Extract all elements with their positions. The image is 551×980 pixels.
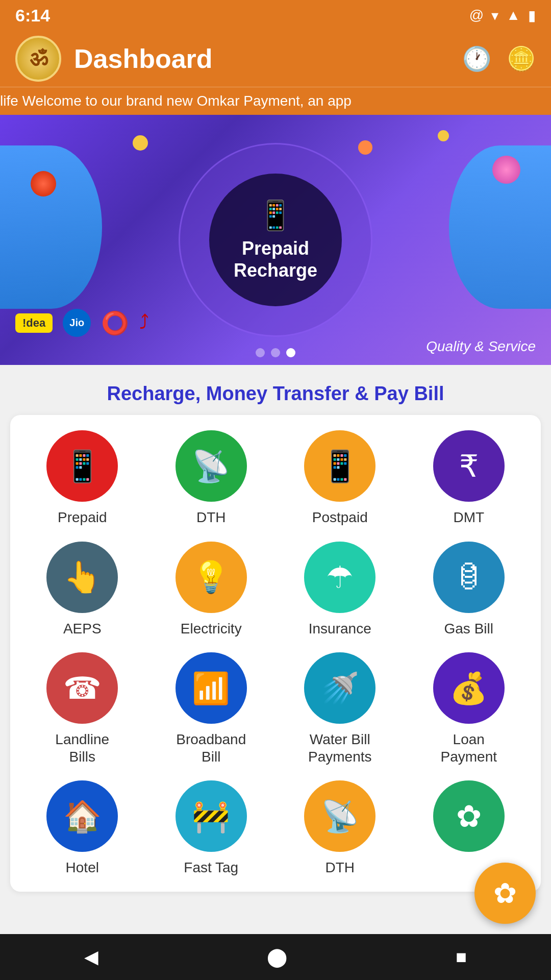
service-item-gas[interactable]: 🛢Gas Bill <box>407 542 531 638</box>
service-label-hotel: Hotel <box>66 859 99 876</box>
wallet-icon[interactable]: 🪙 <box>507 45 536 72</box>
history-icon[interactable]: 🕐 <box>462 45 491 72</box>
app-header: ॐ Dashboard 🕐 🪙 <box>0 31 551 87</box>
service-icon-hotel: 🏠 <box>46 780 118 852</box>
status-bar: 6:14 @ ▾ ▲ ▮ <box>0 0 551 31</box>
nav-home-button[interactable]: ⬤ <box>246 939 308 975</box>
service-icon-gas: 🛢 <box>433 542 505 613</box>
service-label-landline: Landline Bills <box>55 731 109 765</box>
dot-3[interactable] <box>286 348 295 357</box>
header-actions: 🕐 🪙 <box>462 45 536 72</box>
service-icon-landline: ☎ <box>46 652 118 724</box>
service-icon-insurance: ☂ <box>304 542 375 613</box>
service-item-dth[interactable]: 📡DTH <box>149 430 273 526</box>
service-item-aeps[interactable]: 👆AEPS <box>20 542 144 638</box>
service-item-hotel[interactable]: 🏠Hotel <box>20 780 144 876</box>
marquee-bar: life Welcome to our brand new Omkar Paym… <box>0 87 551 115</box>
banner-brands: !dea Jio ⭕ ⤴ <box>15 309 149 337</box>
service-item-dth2[interactable]: 📡DTH <box>278 780 402 876</box>
service-label-gas: Gas Bill <box>444 620 493 638</box>
service-icon-dth2: 📡 <box>304 780 375 852</box>
banner-quality-text: Quality & Service <box>426 338 536 355</box>
service-label-postpaid: Postpaid <box>312 509 368 526</box>
service-label-dth: DTH <box>196 509 226 526</box>
banner-ribbon-left <box>0 145 102 309</box>
service-icon-loan: 💰 <box>433 652 505 724</box>
service-icon-water: 🚿 <box>304 652 375 724</box>
bottom-navigation: ◀ ⬤ ■ <box>0 934 551 980</box>
service-label-loan: Loan Payment <box>441 731 497 765</box>
service-label-prepaid: Prepaid <box>58 509 107 526</box>
banner-dots <box>256 348 295 357</box>
orb-pink <box>492 156 520 184</box>
marquee-text: life Welcome to our brand new Omkar Paym… <box>0 93 352 109</box>
service-item-dmt[interactable]: ₹DMT <box>407 430 531 526</box>
nav-back-button[interactable]: ◀ <box>64 939 119 975</box>
status-time: 6:14 <box>15 6 50 26</box>
service-icon-dmt: ₹ <box>433 430 505 502</box>
orb-yellow-1 <box>133 135 148 151</box>
jio-brand: Jio <box>63 309 91 337</box>
service-label-electricity: Electricity <box>181 620 242 638</box>
service-label-water: Water Bill Payments <box>308 731 372 765</box>
fan-icon: ✿ <box>493 877 517 910</box>
service-label-dmt: DMT <box>453 509 484 526</box>
at-icon: @ <box>469 7 484 23</box>
dot-1[interactable] <box>256 348 265 357</box>
orb-red <box>31 171 56 197</box>
orb-yellow-2 <box>438 130 449 141</box>
banner-phone-icon: 📱 <box>258 199 293 232</box>
vodafone-brand: ⭕ <box>101 310 129 336</box>
orb-orange <box>358 140 372 155</box>
service-icon-prepaid: 📱 <box>46 430 118 502</box>
service-item-broadband[interactable]: 📶Broadband Bill <box>149 652 273 765</box>
signal-icon: ▲ <box>506 7 520 23</box>
banner-center-circle: 📱 Prepaid Recharge <box>209 174 342 306</box>
service-label-aeps: AEPS <box>63 620 102 638</box>
service-item-postpaid[interactable]: 📱Postpaid <box>278 430 402 526</box>
app-logo: ॐ <box>15 36 61 82</box>
nav-recent-button[interactable]: ■ <box>435 939 487 975</box>
service-item-fan[interactable]: ✿ <box>407 780 531 876</box>
battery-icon: ▮ <box>528 7 536 24</box>
service-icon-fan: ✿ <box>433 780 505 852</box>
service-item-landline[interactable]: ☎Landline Bills <box>20 652 144 765</box>
services-grid: 📱Prepaid📡DTH📱Postpaid₹DMT👆AEPS💡Electrici… <box>20 430 531 876</box>
service-icon-aeps: 👆 <box>46 542 118 613</box>
services-container: 📱Prepaid📡DTH📱Postpaid₹DMT👆AEPS💡Electrici… <box>10 415 541 892</box>
service-item-prepaid[interactable]: 📱Prepaid <box>20 430 144 526</box>
wifi-icon: ▾ <box>491 7 498 24</box>
service-item-water[interactable]: 🚿Water Bill Payments <box>278 652 402 765</box>
service-label-insurance: Insurance <box>309 620 371 638</box>
service-icon-dth: 📡 <box>176 430 247 502</box>
service-item-fastag[interactable]: 🚧Fast Tag <box>149 780 273 876</box>
fab-button[interactable]: ✿ <box>474 863 536 924</box>
service-icon-postpaid: 📱 <box>304 430 375 502</box>
service-label-dth2: DTH <box>325 859 355 876</box>
idea-brand: !dea <box>15 313 53 333</box>
banner-title: Prepaid Recharge <box>234 237 317 281</box>
service-icon-electricity: 💡 <box>176 542 247 613</box>
page-title: Dashboard <box>74 43 462 74</box>
service-label-broadband: Broadband Bill <box>176 731 246 765</box>
service-item-electricity[interactable]: 💡Electricity <box>149 542 273 638</box>
airtel-brand: ⤴ <box>139 312 149 334</box>
status-icons: @ ▾ ▲ ▮ <box>469 7 536 24</box>
dot-2[interactable] <box>271 348 280 357</box>
service-icon-broadband: 📶 <box>176 652 247 724</box>
service-icon-fastag: 🚧 <box>176 780 247 852</box>
service-item-insurance[interactable]: ☂Insurance <box>278 542 402 638</box>
promo-banner[interactable]: 📱 Prepaid Recharge !dea Jio ⭕ ⤴ Quality … <box>0 115 551 365</box>
service-label-fastag: Fast Tag <box>184 859 238 876</box>
service-item-loan[interactable]: 💰Loan Payment <box>407 652 531 765</box>
section-title: Recharge, Money Transfer & Pay Bill <box>0 365 551 415</box>
